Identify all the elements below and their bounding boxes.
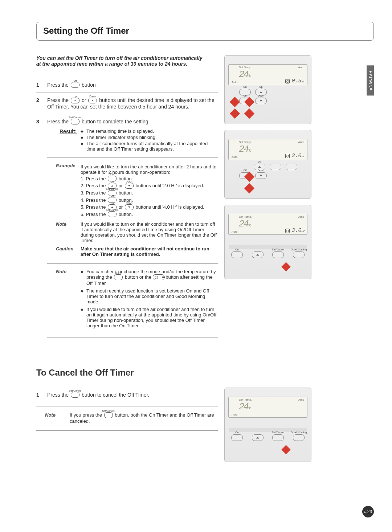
remote-figure-4: Set Temp. Auto Auto 24°c On Set/Cancel G…: [224, 388, 311, 462]
lcd-auto-l: Auto: [232, 81, 237, 84]
remote-up-button: [252, 434, 264, 441]
on-label: On: [243, 86, 246, 88]
note1-tag: Note: [56, 221, 76, 243]
lcd-set-temp-label: Set Temp.: [239, 398, 252, 401]
fig3-timer-unit: Hr: [301, 229, 305, 233]
lcd-temp-value: 24: [239, 218, 248, 229]
lcd-auto-l: Auto: [232, 155, 237, 159]
lcd-auto-r: Auto: [298, 215, 304, 218]
callout-arrow-icon: [281, 445, 290, 454]
goodmorn-label: Good Morning: [291, 431, 307, 434]
callout-arrow-icon: [230, 109, 240, 119]
step-2-text-pre: Press the: [47, 97, 69, 103]
off-button-icon: [71, 82, 79, 88]
clock-off-icon: [285, 154, 290, 158]
lcd-temp-unit: °c: [248, 224, 250, 228]
remote-good-morning-button: Good Morning: [293, 434, 305, 441]
lcd-display: Set Temp. Auto Auto 24°c 0.5Hr: [228, 64, 307, 85]
lcd-temp-unit: °c: [248, 406, 250, 410]
cancel-note-tag: Note: [45, 412, 65, 424]
section-title-box: Setting the Off Timer: [36, 22, 374, 41]
example-heading: If you would like to turn the air condit…: [81, 164, 218, 175]
note2-b3: If you would like to turn off the air co…: [81, 307, 218, 328]
step-3: 3 Press the button to complete the setti…: [36, 114, 218, 342]
lcd-set-temp-label: Set Temp.: [239, 140, 252, 144]
cancel-step-pre: Press the: [47, 392, 69, 398]
lcd-temp-unit: °c: [248, 74, 250, 78]
on-label: On: [235, 248, 238, 251]
ex-l5b: buttons until '4.0 Hr' is displayed.: [135, 204, 204, 210]
off-label: Off: [243, 169, 246, 172]
remote-down-button: Down: [255, 172, 267, 179]
fig2-timer-value: 3.0: [291, 153, 301, 159]
on-label: On: [235, 431, 238, 434]
lcd-display: Set Temp. Auto Auto 24°c 3.0Hr: [228, 139, 307, 160]
cancel-step-1: 1 Press the button to cancel the Off Tim…: [36, 388, 218, 402]
step-1-number: 1: [36, 82, 41, 88]
ex-l2b: buttons until '2.0 Hr' is displayed.: [135, 183, 204, 188]
remote-figure-1: Set Temp. Auto Auto 24°c 0.5Hr On Up Off…: [224, 55, 311, 124]
lcd-set-temp-label: Set Temp.: [239, 215, 252, 218]
lcd-temp-value: 24: [239, 69, 248, 80]
callout-arrow-icon: [244, 183, 254, 193]
fig3-timer-value: 3.0: [291, 228, 301, 234]
note1-text: If you would like to turn on the air con…: [81, 221, 218, 243]
ex-l2a: 2. Press the: [81, 183, 106, 188]
down-label: Down: [258, 94, 264, 97]
language-tab: ENGLISH: [367, 65, 374, 95]
page-number-badge: E-23: [362, 506, 374, 517]
setcancel-label: Set/Cancel: [272, 248, 284, 251]
lcd-auto-l: Auto: [232, 413, 237, 416]
down-button-icon: [125, 204, 134, 210]
cancel-note-pre: If you press the: [70, 412, 102, 418]
remote-blank-button: [286, 164, 297, 170]
note2-b2: The most recently used function is set b…: [81, 288, 218, 304]
off-label: Off: [243, 94, 246, 97]
lcd-display: Set Temp. Auto Auto 24°c 3.0Hr: [228, 214, 307, 235]
note2-b1b: button or the: [125, 274, 151, 280]
cancel-step-post: button to cancel the Off Timer.: [82, 392, 150, 398]
lcd-auto-l: Auto: [232, 230, 237, 233]
step-3-text-pre: Press the: [47, 119, 69, 124]
fig1-timer-unit: Hr: [301, 80, 305, 83]
up-button-icon: [71, 98, 79, 103]
remote-set-cancel-button: Set/Cancel: [272, 434, 284, 441]
ex-l5mid: or: [119, 204, 123, 210]
goodmorn-label: Good Morning: [291, 248, 307, 251]
cancel-step-1-number: 1: [36, 392, 41, 398]
remote-up-button: [252, 251, 264, 258]
page-number: 23: [367, 509, 372, 514]
result-bullet-3: The air conditioner turns off automatica…: [81, 141, 217, 152]
remote-set-cancel-button: Set/Cancel: [272, 251, 284, 258]
ex-l6b: button.: [119, 212, 133, 217]
remote-good-morning-button: Good Morning: [293, 251, 305, 258]
step-1: 1 Press the button .: [36, 78, 218, 93]
result-bullet-1: The remaining time is displayed.: [81, 128, 217, 134]
ex-l1a: 1. Press the: [81, 176, 106, 181]
ex-l3a: 3. Press the: [81, 190, 106, 196]
lcd-auto-r: Auto: [298, 66, 304, 69]
fig2-timer-unit: Hr: [301, 155, 305, 158]
ex-l4a: 4. Press the: [81, 197, 106, 203]
result-label: Result:: [60, 128, 79, 134]
note2-tag: Note: [56, 269, 76, 331]
clock-off-icon: [285, 229, 290, 233]
up-label: Up: [260, 86, 263, 88]
temp-adjust-button-icon: [153, 274, 164, 280]
remote-figure-3: Set Temp. Auto Auto 24°c 3.0Hr On Set/Ca…: [224, 205, 311, 279]
step-1-text-pre: Press the: [47, 82, 69, 88]
lcd-set-temp-label: Set Temp.: [239, 66, 252, 69]
step-2-number: 2: [36, 97, 41, 109]
fig1-timer-value: 0.5: [291, 78, 301, 84]
mode-button-icon: [114, 274, 123, 280]
section2-title: To Cancel the Off Timer: [36, 368, 374, 380]
step-2: 2 Press the or buttons until the desired…: [36, 93, 218, 114]
remote-figure-2: Set Temp. Auto Auto 24°c 3.0Hr Up Off Do…: [224, 130, 311, 199]
page-number-prefix: E-: [364, 510, 367, 513]
down-button-icon: [88, 98, 97, 103]
ex-l5a: 5. Press the: [81, 204, 106, 210]
ex-l2mid: or: [119, 183, 123, 188]
section1-intro: You can set the Off Timer to turn off th…: [36, 55, 203, 67]
lcd-temp-value: 24: [239, 401, 248, 412]
down-button-icon: [125, 183, 134, 189]
